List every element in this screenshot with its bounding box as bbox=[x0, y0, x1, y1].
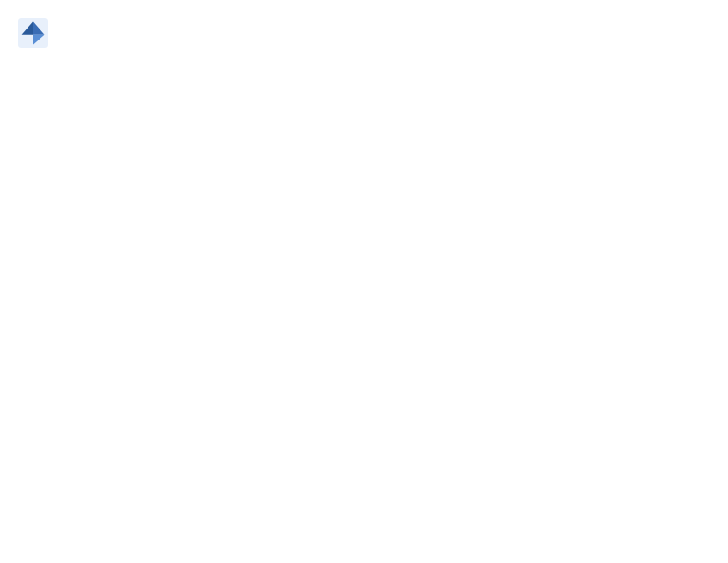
page-header bbox=[18, 18, 710, 48]
logo bbox=[18, 18, 51, 48]
logo-icon bbox=[18, 18, 48, 48]
